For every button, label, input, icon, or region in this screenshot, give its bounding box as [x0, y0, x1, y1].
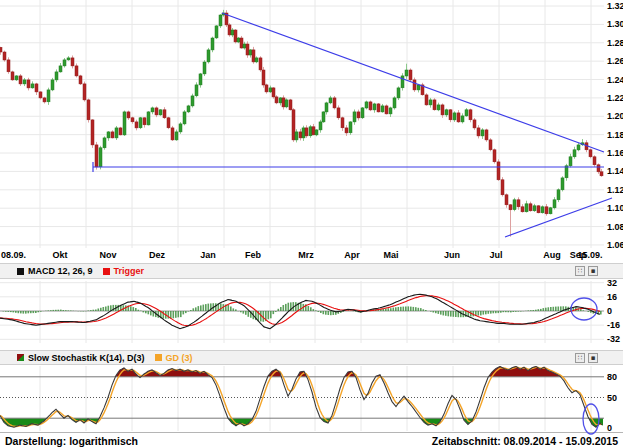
candle — [199, 74, 202, 85]
macd-legend-label: MACD 12, 26, 9 — [28, 266, 93, 276]
candle — [425, 95, 428, 105]
candle — [95, 145, 98, 167]
macd-indicator-panel[interactable]: 32160-16-32 — [0, 279, 623, 347]
candle — [99, 148, 102, 167]
gd-legend-label: GD (3) — [166, 353, 193, 363]
candle — [191, 96, 194, 106]
candle — [225, 13, 228, 25]
time-axis-label: Apr — [344, 250, 360, 260]
price-axis-label: 1.240 — [607, 75, 623, 85]
candle — [275, 97, 278, 103]
chart-application: 1.3201.3001.2801.2601.2401.2201.2001.180… — [0, 0, 623, 448]
candle — [0, 47, 2, 52]
candle — [131, 118, 134, 122]
candle — [299, 132, 302, 138]
candle — [289, 100, 292, 110]
candle — [139, 118, 142, 128]
candle — [47, 90, 50, 102]
candle — [389, 108, 392, 114]
candle — [405, 70, 408, 76]
candle — [322, 112, 325, 122]
candle — [11, 72, 14, 80]
candle — [175, 132, 178, 140]
candle — [581, 143, 584, 145]
candle — [243, 44, 246, 48]
candle — [203, 62, 206, 74]
candle — [361, 108, 364, 118]
candle — [600, 172, 603, 176]
time-axis-label: Dez — [149, 250, 166, 260]
candle — [179, 124, 182, 132]
candle — [421, 85, 424, 95]
candle — [119, 128, 122, 135]
candle — [23, 80, 26, 84]
price-chart-panel[interactable]: 1.3201.3001.2801.2601.2401.2201.2001.180… — [0, 0, 623, 262]
time-axis-label: 08.09. — [1, 250, 26, 260]
price-axis-label: 1.300 — [607, 19, 623, 29]
macd-histogram — [3, 302, 602, 322]
candle — [43, 98, 46, 102]
candle — [353, 112, 356, 122]
price-axis-label: 1.180 — [607, 130, 623, 140]
price-axis-label: 1.080 — [607, 222, 623, 232]
candle — [377, 104, 380, 112]
candle — [401, 76, 404, 88]
candle — [345, 128, 348, 133]
candle — [585, 143, 588, 150]
macd-axis-label: 0 — [607, 306, 612, 316]
candle — [111, 132, 114, 138]
candle — [333, 98, 336, 108]
candles — [0, 10, 603, 237]
candle — [231, 30, 234, 35]
macd-panel-grip-icon[interactable]: ∷ — [575, 266, 585, 276]
price-axis-label: 1.220 — [607, 93, 623, 103]
time-axis-label: Mai — [383, 250, 398, 260]
candle — [115, 128, 118, 138]
candle — [409, 70, 412, 80]
time-axis-label: Jan — [200, 250, 216, 260]
candle — [329, 98, 332, 103]
candle — [63, 60, 66, 66]
candle — [183, 112, 186, 124]
time-axis-label: Jul — [489, 250, 502, 260]
trigger-legend-swatch — [103, 268, 110, 275]
candle — [573, 150, 576, 157]
candle — [167, 118, 170, 128]
candle — [545, 207, 548, 214]
candle — [569, 157, 572, 166]
candle — [195, 85, 198, 96]
candle — [272, 88, 275, 97]
status-bar: Darstellung: logarithmisch Zeitabschnitt… — [0, 432, 623, 448]
stochastic-indicator-panel[interactable]: 80500 — [0, 366, 623, 432]
candle — [302, 128, 305, 138]
candle — [445, 110, 448, 115]
stochastic-axis-label: 50 — [607, 393, 617, 403]
candle — [549, 208, 552, 214]
candle — [505, 195, 508, 205]
candle — [453, 113, 456, 120]
candle — [489, 140, 492, 150]
candle — [349, 122, 352, 133]
stochastic-axis-label: 0 — [607, 423, 612, 432]
candle — [234, 30, 237, 42]
stochastic-legend-swatch — [17, 354, 24, 361]
stochastic-panel-grip-icon[interactable]: ∷ — [575, 353, 585, 363]
macd-panel-close-icon[interactable]: ▪ — [588, 266, 598, 276]
candle — [525, 204, 528, 212]
time-axis-label: Aug — [543, 250, 561, 260]
time-axis-label: Jun — [444, 250, 460, 260]
candle — [565, 166, 568, 178]
candle — [255, 58, 258, 62]
display-mode-label: Darstellung: logarithmisch — [5, 435, 138, 447]
candle — [91, 120, 94, 145]
candle — [265, 85, 268, 92]
macd-legend-swatch — [17, 268, 24, 275]
candle — [589, 150, 592, 157]
candle — [533, 206, 536, 211]
candle — [222, 13, 225, 15]
stochastic-panel-close-icon[interactable]: ▪ — [588, 353, 598, 363]
candle — [517, 200, 520, 207]
candle — [19, 76, 22, 84]
price-axis-label: 1.060 — [607, 240, 623, 250]
candle — [315, 130, 318, 135]
